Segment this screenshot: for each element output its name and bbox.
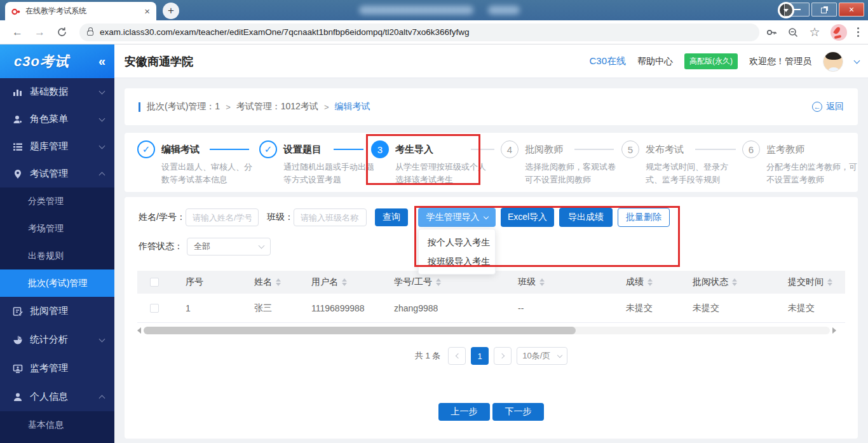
sidebar-item-personal-info[interactable]: 个人信息 [0,383,114,411]
breadcrumb-item[interactable]: 考试管理：1012考试 [236,101,318,112]
zoom-icon[interactable] [787,27,799,38]
chevron-up-icon [99,395,105,401]
sort-icon[interactable] [436,278,441,286]
scrollbar-track[interactable] [144,327,830,334]
step-3-import-examinees[interactable]: 3 考生导入 从学生管理按班级或个人选择该考试考生 [371,140,487,186]
column-header: 用户名 [311,276,338,288]
horizontal-scrollbar[interactable] [137,327,836,334]
lock-icon [87,31,93,36]
sidebar-item-review-management[interactable]: 批阅管理 [0,297,114,325]
sort-icon[interactable] [648,278,653,286]
restore-icon [821,8,827,13]
bookmark-star-icon[interactable]: ☆ [809,25,820,39]
back-button[interactable]: ← 返回 [812,101,844,112]
sidebar-item-role-menu[interactable]: 角色菜单 [0,106,114,133]
step-5-publish-exam[interactable]: 5 发布考试 规定考试时间、登录方式、监考手段等规则 [621,140,741,186]
app-header: c3o考试 « 安徽商通学院 C30在线 帮助中心 高配版(永久) 欢迎您！管理… [0,44,868,78]
sidebar-item-label: 角色菜单 [30,113,68,125]
sort-icon[interactable] [732,278,737,286]
monitor-icon [13,364,23,374]
sidebar-subitem-paper-rules[interactable]: 出卷规则 [0,242,114,269]
restore-button[interactable] [811,3,837,17]
tab-close-icon[interactable]: × [144,6,150,16]
screen: 在线教学考试系统 × + × ← → exam.iclass30.com/exa… [0,0,868,443]
minimize-button[interactable] [784,3,810,17]
address-bar[interactable]: exam.iclass30.com/exam/teacher/editExamO… [79,24,759,41]
forward-icon[interactable]: → [34,26,45,39]
refresh-icon[interactable] [57,27,67,37]
sidebar-collapse-icon[interactable]: « [98,54,105,69]
help-center-link[interactable]: 帮助中心 [637,56,673,67]
class-filter-input[interactable] [294,208,367,226]
sidebar-subitem-basic-info[interactable]: 基本信息 [0,411,114,439]
batch-delete-button[interactable]: 批量删除 [618,208,670,227]
sort-icon[interactable] [539,278,545,286]
next-step-button[interactable]: 下一步 [492,403,544,421]
password-key-icon[interactable] [766,27,777,38]
previous-step-button[interactable]: 上一步 [438,403,490,421]
name-filter-label: 姓名/学号： [139,212,186,223]
user-menu-chevron-icon[interactable] [854,57,860,64]
sort-icon[interactable] [827,278,832,286]
table-row[interactable]: 1 张三 11196899988 zhang9988 -- 未提交 未提交 未提… [137,294,845,323]
browser-menu-icon[interactable] [857,27,860,37]
import-students-button[interactable]: 学生管理导入 [418,208,496,227]
sidebar-subitem-category[interactable]: 分类管理 [0,187,114,215]
back-label: 返回 [826,101,844,112]
excel-import-button[interactable]: Excel导入 [501,208,554,227]
step-check-icon: ✓ [259,140,277,158]
app-logo[interactable]: c3o考试 « [0,44,114,78]
dropdown-item-import-class[interactable]: 按班级导入考生 [419,252,495,271]
row-checkbox[interactable] [150,304,159,313]
class-filter-label: 班级： [267,212,294,223]
close-button[interactable]: × [839,3,864,17]
user-avatar[interactable] [823,51,843,72]
column-header: 提交时间 [788,276,824,288]
step-2-set-questions[interactable]: ✓ 设置题目 通过随机出题或手动出题等方式设置考题 [259,140,379,186]
sidebar-item-label: 统计分析 [30,334,68,346]
chevron-down-icon [99,88,105,94]
prev-page-button[interactable] [448,347,466,365]
select-all-checkbox[interactable] [150,278,159,287]
scroll-left-icon[interactable] [137,327,141,334]
sidebar-subitem-batch-exam-management[interactable]: 批次(考试)管理 [0,269,114,297]
sidebar-item-label: 监考管理 [30,362,68,374]
next-page-button[interactable] [494,347,512,365]
edition-badge: 高配版(永久) [684,53,738,69]
c30-online-link[interactable]: C30在线 [589,55,626,67]
status-select[interactable]: 全部 [187,238,271,256]
search-button[interactable]: 查询 [375,208,408,226]
new-tab-button[interactable]: + [163,3,179,19]
name-filter-input[interactable] [186,208,259,226]
step-1-edit-exam[interactable]: ✓ 编辑考试 设置出题人、审核人、分数等考试基本信息 [137,140,257,186]
sidebar-item-question-bank[interactable]: 题库管理 [0,133,114,160]
map-pin-icon [13,169,23,179]
url-text[interactable]: exam.iclass30.com/exam/teacher/editExamO… [100,27,470,37]
step-4-review-teachers[interactable]: 4 批阅教师 选择批阅教师，客观试卷可不设置批阅教师 [501,140,620,186]
sidebar-item-proctor-management[interactable]: 监考管理 [0,354,114,383]
sort-icon[interactable] [342,278,347,286]
browser-profile-avatar[interactable] [831,24,847,41]
page-size-select[interactable]: 10条/页 [517,347,567,365]
scroll-right-icon[interactable] [832,327,836,334]
page-number-button[interactable]: 1 [471,347,489,365]
browser-tab[interactable]: 在线教学考试系统 × [5,2,156,20]
sidebar-subitem-exam-room[interactable]: 考场管理 [0,215,114,242]
back-icon[interactable]: ← [12,26,23,39]
sidebar-item-base-data[interactable]: 基础数据 [0,78,114,106]
sidebar-item-exam-management[interactable]: 考试管理 [0,160,114,187]
breadcrumb-item[interactable]: 批次(考试)管理：1 [147,101,220,112]
dropdown-item-import-individual[interactable]: 按个人导入考生 [419,233,495,252]
sort-icon[interactable] [276,278,281,286]
step-title: 发布考试 [646,140,741,158]
export-scores-button[interactable]: 导出成绩 [559,208,613,227]
scrollbar-thumb[interactable] [144,327,576,334]
sidebar-item-statistics[interactable]: 统计分析 [0,325,114,354]
step-6-proctor-teachers[interactable]: 6 监考教师 分配考生的监考教师，可不设置监考教师 [742,140,862,186]
bar-chart-icon [13,87,23,97]
cell-username: 11196899988 [302,303,384,313]
breadcrumb-current: 编辑考试 [334,101,370,112]
tab-title: 在线教学考试系统 [25,6,144,17]
chevron-down-icon [557,352,562,357]
step-desc: 设置出题人、审核人、分数等考试基本信息 [161,161,257,186]
